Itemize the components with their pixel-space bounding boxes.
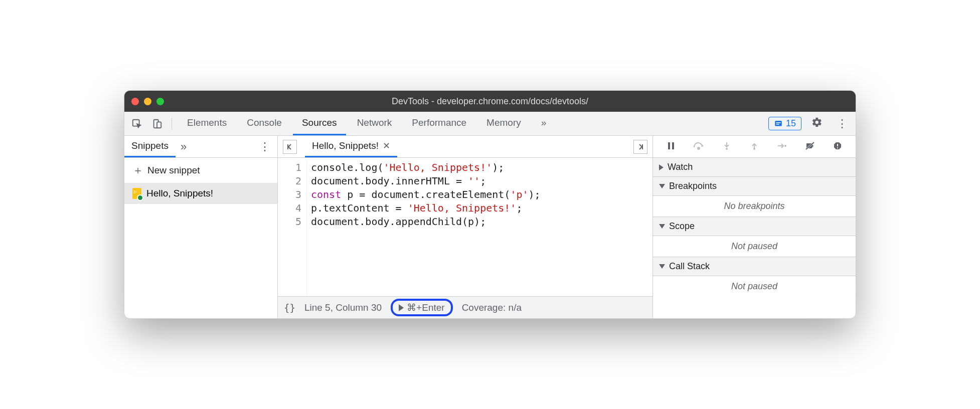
play-icon: [399, 304, 404, 311]
watch-label: Watch: [668, 162, 693, 172]
tab-network[interactable]: Network: [348, 112, 401, 135]
main-area: Snippets » ⋮ ＋ New snippet Hello, Snippe…: [124, 136, 856, 318]
snippet-file-icon: [132, 188, 141, 199]
debugger-controls: [653, 136, 856, 158]
navigator-tabs: Snippets » ⋮: [124, 136, 277, 158]
watch-section-header[interactable]: Watch: [653, 158, 856, 177]
svg-rect-3: [775, 121, 782, 126]
panel-tabs: Elements Console Sources Network Perform…: [178, 112, 555, 135]
svg-rect-4: [776, 122, 780, 123]
snippet-item[interactable]: Hello, Snippets!: [124, 183, 277, 204]
svg-rect-9: [672, 142, 674, 149]
scope-label: Scope: [669, 221, 695, 232]
pretty-print-icon[interactable]: {}: [284, 302, 295, 313]
editor-tab[interactable]: Hello, Snippets! ✕: [305, 136, 397, 157]
navigator-pane: Snippets » ⋮ ＋ New snippet Hello, Snippe…: [124, 136, 278, 318]
navigator-body: ＋ New snippet Hello, Snippets!: [124, 158, 277, 318]
svg-point-10: [698, 147, 700, 149]
svg-point-11: [726, 148, 728, 150]
line-number: 4: [278, 201, 301, 215]
code-line[interactable]: document.body.appendChild(p);: [311, 215, 652, 229]
collapse-icon: [659, 264, 665, 269]
breakpoints-section-header[interactable]: Breakpoints: [653, 177, 856, 196]
editor-nav-forward-icon[interactable]: [633, 140, 647, 154]
collapse-icon: [659, 224, 665, 229]
more-menu-icon[interactable]: ⋮: [833, 115, 852, 132]
editor-tabbar: Hello, Snippets! ✕: [278, 136, 652, 158]
snippet-item-label: Hello, Snippets!: [146, 188, 213, 199]
code-line[interactable]: console.log('Hello, Snippets!');: [311, 161, 652, 174]
breakpoints-label: Breakpoints: [669, 181, 717, 191]
code-line[interactable]: p.textContent = 'Hello, Snippets!';: [311, 201, 652, 215]
devtools-window: DevTools - developer.chrome.com/docs/dev…: [124, 90, 856, 319]
line-number: 1: [278, 161, 301, 174]
breakpoints-body: No breakpoints: [653, 196, 856, 217]
cursor-position: Line 5, Column 30: [304, 302, 382, 313]
callstack-body: Not paused: [653, 276, 856, 297]
titlebar: DevTools - developer.chrome.com/docs/dev…: [124, 91, 856, 112]
new-snippet-button[interactable]: ＋ New snippet: [124, 158, 277, 183]
editor-pane: Hello, Snippets! ✕ 12345 console.log('He…: [278, 136, 653, 318]
settings-icon[interactable]: [807, 115, 827, 133]
line-number: 5: [278, 215, 301, 229]
pause-icon[interactable]: [664, 141, 678, 152]
issues-count: 15: [786, 118, 796, 129]
tab-performance[interactable]: Performance: [403, 112, 475, 135]
traffic-lights: [131, 98, 164, 105]
tab-snippets[interactable]: Snippets: [124, 136, 176, 157]
collapse-icon: [659, 184, 665, 188]
main-toolbar: Elements Console Sources Network Perform…: [124, 112, 856, 136]
pause-on-exceptions-icon[interactable]: [831, 141, 845, 152]
svg-rect-16: [837, 144, 838, 146]
plus-icon: ＋: [132, 163, 143, 178]
editor-tab-label: Hello, Snippets!: [312, 140, 379, 151]
line-number: 3: [278, 188, 301, 201]
svg-rect-5: [776, 124, 779, 125]
tab-console[interactable]: Console: [238, 112, 291, 135]
close-window-icon[interactable]: [131, 98, 139, 105]
code-line[interactable]: const p = document.createElement('p');: [311, 188, 652, 201]
new-snippet-label: New snippet: [147, 165, 200, 176]
code-line[interactable]: document.body.innerHTML = '';: [311, 174, 652, 188]
step-out-icon[interactable]: [747, 141, 761, 152]
step-icon[interactable]: [775, 141, 789, 152]
inspect-element-icon[interactable]: [128, 115, 145, 132]
navigator-menu-icon[interactable]: ⋮: [252, 140, 277, 153]
tab-elements[interactable]: Elements: [178, 112, 236, 135]
editor-statusbar: {} Line 5, Column 30 ⌘+Enter Coverage: n…: [278, 296, 652, 318]
zoom-window-icon[interactable]: [156, 98, 164, 105]
code-editor[interactable]: 12345 console.log('Hello, Snippets!');do…: [278, 158, 652, 296]
scope-section-header[interactable]: Scope: [653, 217, 856, 236]
code-content[interactable]: console.log('Hello, Snippets!');document…: [307, 161, 652, 296]
svg-rect-6: [287, 144, 288, 149]
issues-badge[interactable]: 15: [768, 117, 801, 130]
svg-rect-17: [837, 147, 838, 148]
tab-sources[interactable]: Sources: [293, 112, 346, 135]
svg-rect-7: [642, 144, 643, 149]
svg-rect-8: [668, 142, 670, 149]
toolbar-separator: [172, 118, 172, 130]
deactivate-breakpoints-icon[interactable]: [803, 141, 817, 152]
line-gutter: 12345: [278, 161, 307, 296]
debugger-pane: Watch Breakpoints No breakpoints Scope N…: [653, 136, 856, 318]
device-toolbar-icon[interactable]: [148, 115, 166, 132]
navigator-tabs-more[interactable]: »: [176, 140, 192, 153]
callstack-section-header[interactable]: Call Stack: [653, 257, 856, 276]
editor-nav-back-icon[interactable]: [283, 140, 297, 154]
run-snippet-button[interactable]: ⌘+Enter: [391, 299, 453, 316]
window-title: DevTools - developer.chrome.com/docs/dev…: [124, 96, 856, 107]
tab-memory[interactable]: Memory: [477, 112, 530, 135]
run-shortcut-label: ⌘+Enter: [407, 302, 445, 313]
tabs-more[interactable]: »: [532, 112, 556, 135]
svg-point-12: [753, 148, 755, 150]
scope-body: Not paused: [653, 236, 856, 257]
callstack-label: Call Stack: [669, 261, 710, 272]
issues-icon: [774, 119, 783, 128]
step-into-icon[interactable]: [720, 141, 734, 152]
line-number: 2: [278, 174, 301, 188]
svg-point-13: [784, 145, 786, 147]
minimize-window-icon[interactable]: [144, 98, 151, 105]
step-over-icon[interactable]: [692, 141, 706, 152]
close-tab-icon[interactable]: ✕: [383, 140, 390, 151]
expand-icon: [659, 164, 664, 170]
